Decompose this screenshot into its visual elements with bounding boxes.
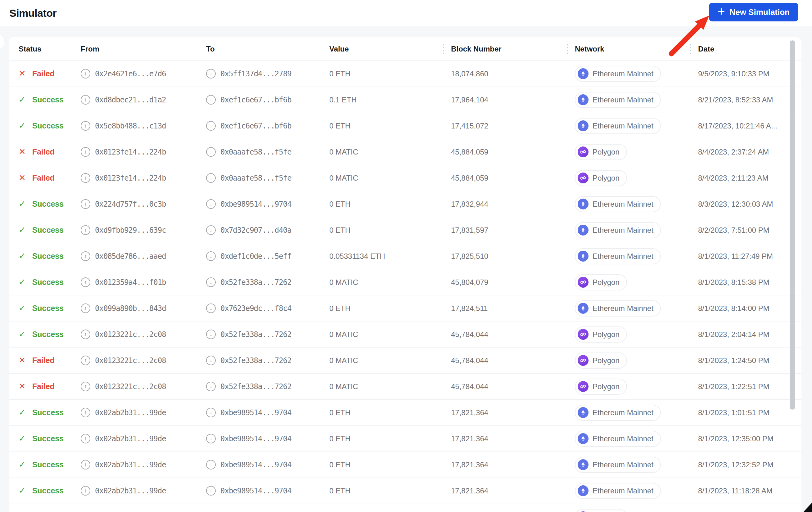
from-cell: ↑ 0x02ab2b31...99de [81, 460, 206, 470]
network-badge: Ethereum Mainnet [575, 300, 661, 317]
ethereum-icon [578, 433, 588, 444]
to-cell: ↓ 0x7623e9dc...f8c4 [206, 303, 329, 313]
table-row[interactable]: ✕ Failed ↑ 0x0123221c...2c08 ↓ 0x52fe338… [9, 504, 802, 512]
network-badge: Ethereum Mainnet [575, 222, 661, 238]
success-icon: ✓ [19, 434, 26, 443]
date-cell: 8/1/2023, 8:14:00 PM [698, 304, 802, 313]
success-icon: ✓ [19, 330, 26, 338]
date-cell: 8/17/2023, 10:21:46 A... [698, 122, 802, 130]
column-resize-handle[interactable] [443, 44, 444, 54]
table-row[interactable]: ✓ Success ↑ 0x224d757f...0c3b ↓ 0xbe9895… [9, 191, 802, 217]
arrow-up-circle-icon: ↑ [81, 251, 90, 261]
column-header-date[interactable]: Date [698, 45, 802, 53]
network-label: Ethereum Mainnet [592, 460, 654, 469]
from-cell: ↑ 0x099a890b...843d [81, 303, 206, 313]
success-icon: ✓ [19, 122, 26, 130]
table-row[interactable]: ✓ Success ↑ 0xd8dbec21...d1a2 ↓ 0xef1c6e… [9, 87, 802, 113]
network-label: Ethereum Mainnet [592, 304, 654, 313]
block-number-cell: 18,074,860 [451, 69, 575, 78]
table-row[interactable]: ✓ Success ↑ 0x099a890b...843d ↓ 0x7623e9… [9, 295, 802, 322]
column-resize-handle[interactable] [690, 44, 691, 54]
table-row[interactable]: ✓ Success ↑ 0xd9fbb929...639c ↓ 0x7d32c9… [9, 217, 802, 243]
failed-icon: ✕ [19, 69, 26, 78]
value-cell: 0 MATIC [329, 148, 451, 156]
arrow-down-circle-icon: ↓ [206, 173, 216, 183]
failed-icon: ✕ [19, 148, 26, 156]
status-label: Failed [32, 174, 55, 182]
from-address: 0x012359a4...f01b [95, 278, 166, 287]
table-header-row: Status From To Value Block Number Networ… [9, 37, 802, 61]
arrow-down-circle-icon: ↓ [206, 147, 216, 157]
network-label: Polygon [592, 174, 619, 182]
network-label: Polygon [592, 382, 619, 391]
ethereum-icon [578, 94, 588, 105]
top-bar: Simulator + New Simulation [0, 0, 812, 26]
scrollbar-thumb[interactable] [790, 40, 795, 410]
network-label: Ethereum Mainnet [592, 69, 654, 78]
table-row[interactable]: ✓ Success ↑ 0x5e8bb488...c13d ↓ 0xef1c6e… [9, 113, 802, 139]
table-row[interactable]: ✕ Failed ↑ 0x0123fe14...224b ↓ 0x0aaafe5… [9, 165, 802, 191]
polygon-icon [578, 147, 588, 157]
arrow-down-circle-icon: ↓ [206, 199, 216, 209]
date-cell: 8/1/2023, 11:18:28 AM [698, 487, 802, 495]
from-address: 0x02ab2b31...99de [95, 487, 166, 495]
table-row[interactable]: ✓ Success ↑ 0x02ab2b31...99de ↓ 0xbe9895… [9, 452, 802, 478]
to-cell: ↓ 0xbe989514...9704 [206, 460, 329, 470]
table-row[interactable]: ✕ Failed ↑ 0x0123fe14...224b ↓ 0x0aaafe5… [9, 139, 802, 165]
table-row[interactable]: ✓ Success ↑ 0x02ab2b31...99de ↓ 0xbe9895… [9, 478, 802, 504]
to-cell: ↓ 0xbe989514...9704 [206, 486, 329, 495]
table-row[interactable]: ✓ Success ↑ 0x0123221c...2c08 ↓ 0x52fe33… [9, 322, 802, 348]
arrow-up-circle-icon: ↑ [81, 486, 90, 495]
table-row[interactable]: ✕ Failed ↑ 0x0123221c...2c08 ↓ 0x52fe338… [9, 373, 802, 400]
to-cell: ↓ 0xbe989514...9704 [206, 199, 329, 209]
to-cell: ↓ 0x0aaafe58...f5fe [206, 173, 329, 183]
block-number-cell: 45,784,044 [451, 330, 575, 339]
status-label: Success [32, 225, 64, 235]
to-cell: ↓ 0x52fe338a...7262 [206, 382, 329, 391]
to-address: 0xbe989514...9704 [221, 200, 291, 209]
to-cell: ↓ 0xbe989514...9704 [206, 434, 329, 444]
success-icon: ✓ [19, 96, 26, 104]
value-cell: 0 ETH [329, 304, 451, 313]
date-cell: 8/1/2023, 11:27:49 PM [698, 252, 802, 261]
column-header-block-number[interactable]: Block Number [451, 45, 575, 53]
column-header-to[interactable]: To [206, 45, 329, 53]
network-badge: Polygon [575, 144, 627, 160]
table-row[interactable]: ✕ Failed ↑ 0x2e4621e6...e7d6 ↓ 0x5ff137d… [9, 61, 802, 87]
table-row[interactable]: ✓ Success ↑ 0x02ab2b31...99de ↓ 0xbe9895… [9, 400, 802, 426]
table-row[interactable]: ✕ Failed ↑ 0x0123221c...2c08 ↓ 0x52fe338… [9, 348, 802, 373]
date-cell: 8/1/2023, 12:32:52 PM [698, 460, 802, 469]
status-label: Failed [32, 382, 55, 391]
value-cell: 0 ETH [329, 226, 451, 235]
column-header-status[interactable]: Status [19, 45, 81, 53]
arrow-up-circle-icon: ↑ [81, 173, 90, 183]
status-cell: ✓ Success [19, 486, 81, 495]
arrow-up-circle-icon: ↑ [81, 121, 90, 131]
value-cell: 0 MATIC [329, 382, 451, 391]
from-cell: ↑ 0x0123221c...2c08 [81, 330, 206, 339]
column-header-from[interactable]: From [81, 45, 206, 53]
arrow-up-circle-icon: ↑ [81, 147, 90, 157]
from-address: 0x0123221c...2c08 [95, 382, 166, 391]
network-cell: Ethereum Mainnet [575, 404, 698, 421]
table-row[interactable]: ✓ Success ↑ 0x012359a4...f01b ↓ 0x52fe33… [9, 269, 802, 295]
column-resize-handle[interactable] [567, 44, 568, 54]
value-cell: 0 ETH [329, 122, 451, 130]
network-cell: Ethereum Mainnet [575, 92, 698, 108]
network-cell: Ethereum Mainnet [575, 196, 698, 212]
network-label: Ethereum Mainnet [592, 122, 654, 130]
value-cell: 0 MATIC [329, 278, 451, 287]
block-number-cell: 17,831,597 [451, 226, 575, 235]
arrow-down-circle-icon: ↓ [206, 225, 216, 235]
to-cell: ↓ 0x52fe338a...7262 [206, 277, 329, 287]
table-row[interactable]: ✓ Success ↑ 0x085de786...aaed ↓ 0xdef1c0… [9, 243, 802, 269]
new-simulation-button[interactable]: + New Simulation [709, 3, 798, 22]
status-label: Success [32, 95, 64, 104]
to-cell: ↓ 0xdef1c0de...5eff [206, 251, 329, 261]
column-header-network[interactable]: Network [575, 45, 698, 53]
to-cell: ↓ 0x5ff137d4...2789 [206, 69, 329, 79]
table-row[interactable]: ✓ Success ↑ 0x02ab2b31...99de ↓ 0xbe9895… [9, 426, 802, 452]
polygon-icon [578, 381, 588, 392]
status-label: Failed [32, 147, 55, 156]
column-header-value[interactable]: Value [329, 45, 451, 53]
